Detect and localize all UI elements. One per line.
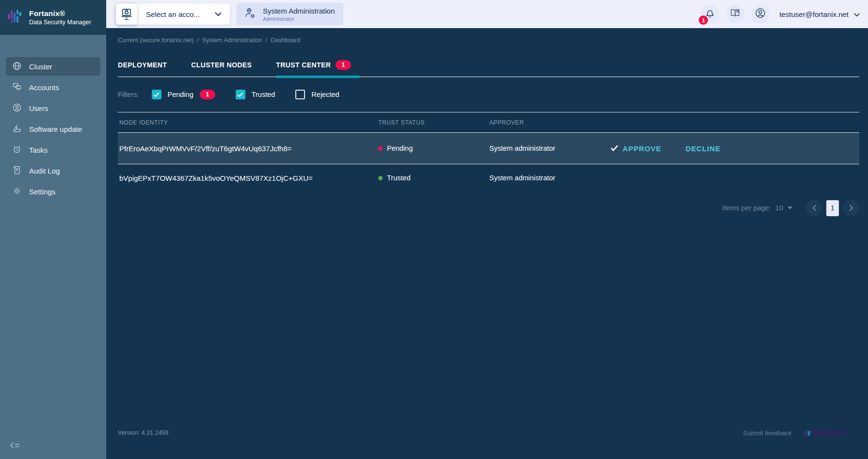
fortanix-footer-logo: Fortanix [804, 428, 847, 438]
approver: System administrator [489, 144, 611, 152]
breadcrumb-segment[interactable]: Current (secure.fortanix.net) [118, 37, 193, 44]
trusted-checkbox[interactable] [236, 90, 245, 99]
trust-status: Trusted [378, 174, 489, 182]
approve-button[interactable]: APPROVE [611, 144, 661, 153]
page-footer: Version: 4.31.2459 Submit feedback Forta… [118, 428, 847, 438]
items-per-page-dropdown[interactable]: Items per page: 10 [722, 204, 792, 212]
page-content: Current (secure.fortanix.net)/System Adm… [106, 28, 868, 459]
current-page-indicator[interactable]: 1 [826, 200, 839, 216]
top-header: Select an acco... System Administration [106, 0, 868, 28]
brand-logo-area: Fortanix® Data Security Manager [0, 0, 106, 35]
status-dot-pending [378, 146, 383, 151]
tab-cluster-nodes[interactable]: CLUSTER NODES [191, 60, 252, 77]
filter-label: Trusted [252, 91, 275, 98]
filters-bar: Filters: Pending 1 Trusted Rejecte [118, 90, 859, 99]
account-selector-label: Select an acco... [146, 10, 200, 18]
sidebar-collapse-icon[interactable] [10, 442, 20, 451]
chip-subtitle: Administrator [263, 16, 335, 22]
decline-button[interactable]: DECLINE [686, 144, 721, 153]
filter-rejected[interactable]: Rejected [295, 90, 339, 99]
profile-button[interactable] [751, 5, 770, 23]
documentation-button[interactable] [726, 5, 744, 23]
row-actions: APPROVE DECLINE [611, 144, 859, 153]
submit-feedback-link[interactable]: Submit feedback [743, 429, 792, 437]
tab-trust-center[interactable]: TRUST CENTER 1 [276, 60, 351, 77]
node-identity: bVpigEPxT7OW4367Zka1k5voOYeQMSV87Xz1OjC+… [118, 174, 378, 182]
trust-status: Pending [378, 144, 489, 152]
table-header-row: NODE IDENTITY TRUST STATUS APPROVER [118, 112, 859, 133]
sidebar-item-label: Tasks [29, 146, 48, 154]
sidebar-item-tasks[interactable]: Tasks [6, 141, 100, 159]
check-icon [611, 144, 618, 153]
sidebar-item-label: Users [29, 104, 48, 112]
sidebar-item-label: Software update [29, 125, 82, 133]
book-icon [729, 7, 741, 21]
pending-checkbox[interactable] [152, 90, 161, 99]
sidebar-item-settings[interactable]: Settings [6, 182, 100, 201]
sidebar-item-accounts[interactable]: Accounts [6, 78, 100, 96]
audit-log-icon [12, 165, 22, 176]
notifications-button[interactable]: 1 [701, 5, 719, 23]
app-window: Fortanix® Data Security Manager Cluster [0, 0, 868, 459]
version-label: Version: 4.31.2459 [118, 429, 168, 436]
fortanix-logo-icon [7, 8, 24, 27]
user-email-label: testuser@fortanix.net [779, 10, 849, 18]
sidebar-item-label: Settings [29, 188, 55, 196]
account-selector[interactable]: Select an acco... [116, 3, 230, 25]
laptop-lock-icon [116, 3, 137, 25]
brand-name: Fortanix® [29, 9, 91, 18]
pending-count-badge: 1 [200, 90, 215, 99]
trust-center-table: NODE IDENTITY TRUST STATUS APPROVER PfrE… [118, 112, 859, 191]
clock-icon [12, 144, 22, 156]
system-administration-chip[interactable]: System Administration Administrator [237, 3, 343, 25]
sidebar-item-cluster[interactable]: Cluster [6, 57, 100, 76]
header-actions: 1 [701, 5, 860, 23]
items-per-page-value: 10 [775, 204, 783, 212]
user-circle-icon [12, 103, 22, 114]
notification-count-badge: 1 [699, 16, 708, 25]
tab-deployment[interactable]: DEPLOYMENT [118, 60, 167, 77]
brand-product: Data Security Manager [29, 19, 91, 26]
user-menu[interactable]: testuser@fortanix.net [779, 10, 860, 18]
sidebar-item-label: Accounts [29, 83, 59, 92]
breadcrumb-segment[interactable]: Dashboard [271, 37, 300, 44]
breadcrumb: Current (secure.fortanix.net)/System Adm… [118, 37, 859, 44]
tab-bar: DEPLOYMENT CLUSTER NODES TRUST CENTER 1 [118, 60, 859, 77]
column-header-trust-status: TRUST STATUS [378, 119, 489, 126]
chevron-down-icon [214, 12, 222, 16]
sidebar-menu: Cluster Accounts Users [0, 35, 106, 459]
rejected-checkbox[interactable] [295, 90, 305, 99]
chip-text: System Administration Administrator [263, 7, 335, 22]
filter-label: Rejected [311, 91, 339, 98]
globe-icon [12, 61, 22, 72]
software-update-icon [12, 124, 22, 135]
items-per-page-label: Items per page: [722, 204, 771, 212]
node-identity: PfrEroAeXbqPrWMVvF/2Vff/zuT6gtW4vUq637Jc… [118, 144, 378, 153]
filter-pending[interactable]: Pending 1 [152, 90, 215, 99]
filters-label: Filters: [118, 91, 139, 98]
dropdown-triangle-icon [788, 206, 792, 209]
pagination: Items per page: 10 1 [118, 198, 859, 218]
accounts-icon [12, 82, 22, 93]
sidebar-item-software-update[interactable]: Software update [6, 120, 100, 138]
sidebar-item-label: Audit Log [29, 167, 60, 175]
sidebar-item-users[interactable]: Users [6, 99, 100, 117]
footer-logo-text: Fortanix [813, 428, 847, 438]
status-dot-trusted [378, 176, 383, 180]
chevron-down-icon [853, 10, 860, 18]
main-area: Select an acco... System Administration [106, 0, 868, 459]
table-row[interactable]: PfrEroAeXbqPrWMVvF/2Vff/zuT6gtW4vUq637Jc… [118, 133, 859, 164]
filter-trusted[interactable]: Trusted [236, 90, 275, 99]
column-header-node-identity: NODE IDENTITY [118, 119, 378, 126]
gear-icon [12, 186, 22, 197]
previous-page-button[interactable] [806, 200, 822, 216]
sidebar-item-audit-log[interactable]: Audit Log [6, 161, 100, 180]
filter-label: Pending [168, 91, 193, 98]
column-header-approver: APPROVER [489, 119, 611, 126]
next-page-button[interactable] [843, 200, 859, 216]
table-row[interactable]: bVpigEPxT7OW4367Zka1k5voOYeQMSV87Xz1OjC+… [118, 164, 859, 191]
breadcrumb-segment[interactable]: System Administration [202, 37, 262, 44]
approver: System administrator [489, 174, 611, 182]
sidebar: Fortanix® Data Security Manager Cluster [0, 0, 106, 459]
brand-text: Fortanix® Data Security Manager [29, 9, 91, 26]
